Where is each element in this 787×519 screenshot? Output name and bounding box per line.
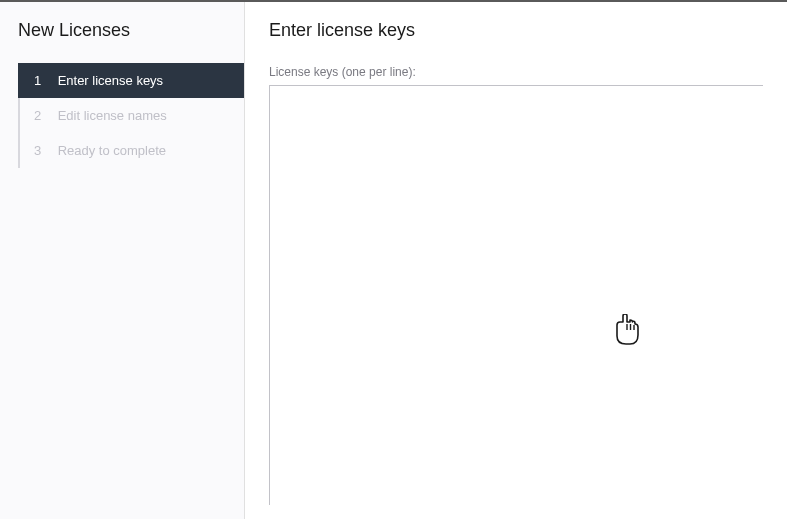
step-number: 2 bbox=[34, 108, 48, 123]
wizard-steps: 1 Enter license keys 2 Edit license name… bbox=[18, 63, 244, 168]
step-number: 3 bbox=[34, 143, 48, 158]
step-label: Ready to complete bbox=[58, 143, 166, 158]
step-label: Enter license keys bbox=[58, 73, 164, 88]
wizard-container: New Licenses 1 Enter license keys 2 Edit… bbox=[0, 2, 787, 519]
license-keys-label: License keys (one per line): bbox=[269, 65, 763, 79]
step-number: 1 bbox=[34, 73, 48, 88]
license-keys-input[interactable] bbox=[269, 85, 763, 505]
wizard-sidebar: New Licenses 1 Enter license keys 2 Edit… bbox=[0, 2, 245, 519]
step-edit-license-names: 2 Edit license names bbox=[20, 98, 244, 133]
wizard-content: Enter license keys License keys (one per… bbox=[245, 2, 787, 519]
step-ready-to-complete: 3 Ready to complete bbox=[20, 133, 244, 168]
step-label: Edit license names bbox=[58, 108, 167, 123]
wizard-title: New Licenses bbox=[0, 20, 244, 63]
page-title: Enter license keys bbox=[269, 20, 763, 41]
step-enter-license-keys[interactable]: 1 Enter license keys bbox=[18, 63, 244, 98]
